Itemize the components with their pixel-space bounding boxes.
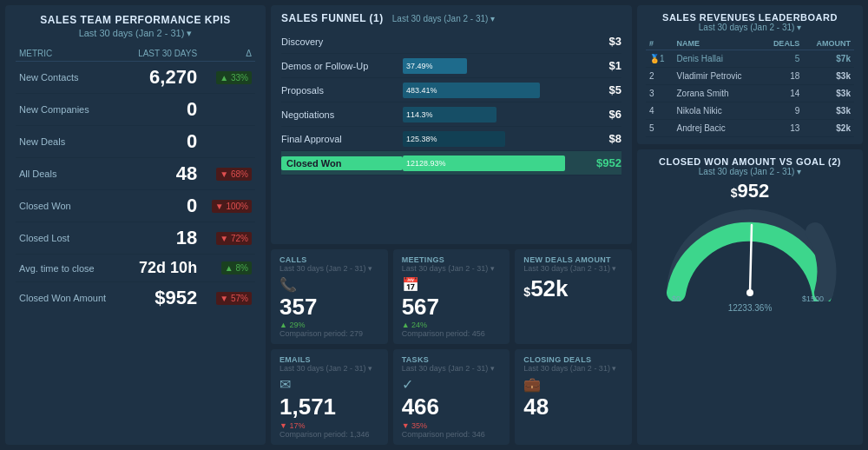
funnel-bar: 125.38% [403, 131, 505, 147]
funnel-row-label: Demos or Follow-Up [281, 61, 403, 71]
kpi-value: 6,270 [124, 62, 201, 94]
leaderboard-deals: 5 [762, 50, 803, 68]
middle-panel: SALES FUNNEL (1) Last 30 days (Jan 2 - 3… [271, 5, 632, 445]
kpi-value: 0 [124, 190, 201, 222]
leaderboard-rank: 2 [646, 68, 674, 85]
leaderboard-amount: $2k [803, 120, 854, 137]
col-last30: Last 30 Days [124, 46, 201, 62]
funnel-row-label: Final Approval [281, 134, 403, 144]
funnel-row: Proposals483.41%$5 [281, 78, 621, 103]
kpi-metric-label: New Contacts [16, 62, 124, 94]
funnel-bar: 12128.93% [403, 156, 565, 171]
funnel-date[interactable]: Last 30 days (Jan 2 - 31) ▾ [392, 14, 495, 23]
leaderboard-amount: $3k [803, 103, 854, 120]
leaderboard-amount: $3k [803, 68, 854, 85]
leaderboard-deals: 9 [762, 103, 803, 120]
metric-card-title: NEW DEALS AMOUNT [523, 255, 623, 264]
metric-card: CALLSLast 30 days (Jan 2 - 31) ▾📞357▲ 29… [271, 249, 388, 345]
leaderboard-date[interactable]: Last 30 days (Jan 2 - 31) ▾ [646, 23, 854, 32]
kpi-value: 72d 10h [124, 255, 201, 282]
leaderboard-name: Denis Hallai [674, 50, 762, 68]
kpi-panel-title: SALES TEAM PERFORMANCE KPIS [16, 14, 255, 26]
briefcase-icon: 💼 [523, 376, 623, 393]
metric-card: MEETINGSLast 30 days (Jan 2 - 31) ▾📅567▲… [393, 249, 510, 345]
leaderboard-row: 3Zorana Smith14$3k [646, 85, 854, 103]
funnel-bar-area: 12128.93% [403, 156, 574, 171]
kpi-change: ▲ 33% [201, 62, 255, 94]
dashboard: SALES TEAM PERFORMANCE KPIS Last 30 days… [0, 0, 868, 450]
leaderboard-name: Nikola Nikic [674, 103, 762, 120]
leaderboard-table: #NAMEDEALSAMOUNT 🏅1Denis Hallai5$7k2Vlad… [646, 37, 854, 137]
kpi-change [201, 126, 255, 158]
svg-point-1 [746, 289, 753, 296]
leaderboard-row: 4Nikola Nikic9$3k [646, 103, 854, 120]
funnel-bar: 37.49% [403, 58, 467, 74]
metric-value-number: 1,571 [279, 394, 336, 420]
kpi-value: 48 [124, 158, 201, 190]
funnel-amount: $1 [574, 59, 621, 72]
leaderboard-name: Andrej Bacic [674, 120, 762, 137]
funnel-amount: $3 [574, 35, 621, 48]
leaderboard-rank: 5 [646, 120, 674, 137]
funnel-row-label: Closed Won [281, 156, 403, 170]
funnel-rows: Discovery$3Demos or Follow-Up37.49%$1Pro… [281, 30, 621, 175]
funnel-bar-area: 114.3% [403, 107, 574, 122]
right-panel: SALES REVENUES LEADERBOARD Last 30 days … [637, 5, 863, 445]
funnel-amount: $6 [574, 108, 621, 121]
col-delta: Δ [201, 46, 255, 62]
metric-card-comparison: Comparison period: 456 [402, 329, 502, 338]
metric-card-date[interactable]: Last 30 days (Jan 2 - 31) ▾ [523, 364, 623, 373]
metric-card-title: CLOSING DEALS [523, 355, 623, 364]
metric-card-comparison: Comparison period: 279 [279, 329, 379, 338]
kpi-row: New Companies0 [16, 94, 255, 126]
metric-value-number: 567 [402, 294, 439, 320]
gauge-value: $952 [731, 180, 770, 202]
svg-text:$0: $0 [672, 294, 681, 301]
kpi-row: Closed Lost18▼ 72% [16, 222, 255, 255]
kpi-row: All Deals48▼ 68% [16, 158, 255, 190]
funnel-title: SALES FUNNEL (1) [281, 12, 384, 24]
leaderboard-row: 5Andrej Bacic13$2k [646, 120, 854, 137]
svg-text:$1500: $1500 [802, 294, 824, 301]
kpi-metric-label: New Deals [16, 126, 124, 158]
kpi-value: 18 [124, 222, 201, 255]
leaderboard-name: Vladimir Petrovic [674, 68, 762, 85]
task-icon: ✓ [402, 376, 502, 393]
metric-value-number: 48 [523, 394, 549, 420]
metric-card-value: $52k [523, 276, 623, 301]
leaderboard-deals: 18 [762, 68, 803, 85]
metric-value-number: 52k [530, 275, 568, 301]
phone-icon: 📞 [279, 276, 379, 293]
metric-card-date[interactable]: Last 30 days (Jan 2 - 31) ▾ [279, 364, 379, 373]
metric-card: EMAILSLast 30 days (Jan 2 - 31) ▾✉1,571▼… [271, 349, 388, 445]
kpi-panel-subtitle[interactable]: Last 30 days (Jan 2 - 31) ▾ [16, 28, 255, 39]
metric-card-date[interactable]: Last 30 days (Jan 2 - 31) ▾ [523, 264, 623, 273]
metrics-grid: CALLSLast 30 days (Jan 2 - 31) ▾📞357▲ 29… [271, 249, 632, 445]
leaderboard-amount: $7k [803, 50, 854, 68]
funnel-row: Demos or Follow-Up37.49%$1 [281, 54, 621, 78]
kpi-row: Closed Won Amount$952▼ 57% [16, 282, 255, 314]
kpi-row: Avg. time to close72d 10h▲ 8% [16, 255, 255, 282]
leaderboard-rank: 4 [646, 103, 674, 120]
metric-card-change: ▼ 35% [402, 421, 502, 430]
metric-card-title: TASKS [402, 355, 502, 364]
funnel-bar-area: 37.49% [403, 58, 574, 74]
metric-card-date[interactable]: Last 30 days (Jan 2 - 31) ▾ [279, 264, 379, 273]
gauge-prefix: $ [731, 186, 738, 200]
metric-value-number: 357 [279, 294, 317, 320]
kpi-panel: SALES TEAM PERFORMANCE KPIS Last 30 days… [5, 5, 266, 445]
leaderboard-col-amount: AMOUNT [803, 37, 854, 50]
funnel-bar: 483.41% [403, 83, 540, 98]
metric-card-date[interactable]: Last 30 days (Jan 2 - 31) ▾ [402, 364, 502, 373]
funnel-bar-area: 125.38% [403, 131, 574, 147]
kpi-table: Metric Last 30 Days Δ New Contacts6,270▲… [16, 46, 255, 314]
gauge-date[interactable]: Last 30 days (Jan 2 - 31) ▾ [699, 167, 801, 176]
metric-card-date[interactable]: Last 30 days (Jan 2 - 31) ▾ [402, 264, 502, 273]
kpi-value: 0 [124, 126, 201, 158]
leaderboard-rank: 🏅1 [646, 50, 674, 68]
gauge-panel: CLOSED WON AMOUNT VS GOAL (2) Last 30 da… [637, 149, 863, 445]
metric-card-change: ▲ 29% [279, 321, 379, 329]
funnel-amount: $5 [574, 83, 621, 96]
kpi-value: $952 [124, 282, 201, 314]
sales-funnel: SALES FUNNEL (1) Last 30 days (Jan 2 - 3… [271, 5, 632, 244]
